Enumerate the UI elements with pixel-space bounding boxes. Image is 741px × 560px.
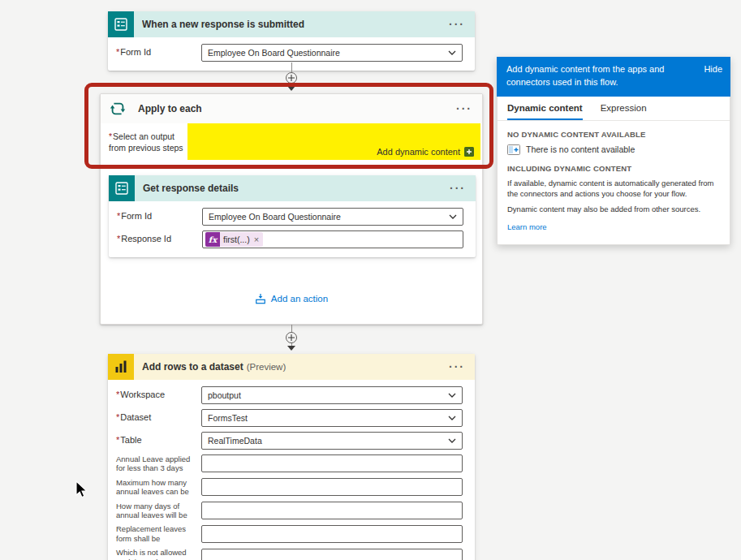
expression-chip[interactable]: fx first(...) × [205,232,263,247]
maximum-leaves-label: Maximum how many annual leaves can be [116,478,201,497]
annual-leave-label: Annual Leave applied for less than 3 day… [116,454,201,473]
select-output-input[interactable]: Add dynamic content [187,123,480,160]
other-sources-text: Dynamic content may also be added from o… [507,204,720,214]
trigger-card-header[interactable]: When a new response is submitted ··· [108,11,475,37]
add-dynamic-content-link[interactable]: Add dynamic content [377,147,474,157]
panel-tabs: Dynamic content Expression [498,97,730,121]
table-dropdown[interactable]: RealTimeData [201,432,463,450]
maximum-leaves-input[interactable] [201,478,463,496]
mouse-cursor [75,480,90,503]
workspace-label: *Workspace [116,390,201,401]
chevron-down-icon [448,50,456,55]
connector-2 [285,325,298,351]
connector-line [291,62,292,72]
apply-to-each-icon [107,98,128,119]
response-id-input[interactable]: fx first(...) × [202,230,463,248]
arrow-down-icon [287,346,295,351]
not-allowed-claim-label: Which is not allowed to claim under Inte… [116,548,201,560]
get-response-form-id-dropdown[interactable]: Employee On Board Questionnaire [202,208,463,226]
arrow-down-icon [287,86,295,91]
connector-1 [285,62,298,91]
workspace-dropdown[interactable]: pboutput [201,386,463,404]
replacement-leaves-label: Replacement leaves form shall be [116,524,201,543]
learn-more-link[interactable]: Learn more [507,222,547,231]
annual-leave-input[interactable] [201,454,463,472]
get-response-header[interactable]: Get response details ··· [109,175,476,201]
trigger-form-id-dropdown[interactable]: Employee On Board Questionnaire [201,44,463,62]
dynamic-content-panel: Add dynamic content from the apps and co… [497,57,730,245]
replacement-leaves-input[interactable] [201,525,463,543]
required-marker: * [116,390,119,399]
forms-connector-icon [108,11,134,37]
including-body: If available, dynamic content is automat… [507,178,720,200]
remove-chip-icon[interactable]: × [253,235,263,244]
select-output-label: *Select an output from previous steps [109,131,187,153]
apply-menu-button[interactable]: ··· [456,103,472,114]
required-marker: * [116,435,119,445]
how-many-days-input[interactable] [201,502,463,519]
fx-icon: fx [205,232,220,247]
powerbi-title: Add rows to a dataset(Preview) [142,361,449,373]
required-marker: * [109,131,112,141]
get-response-title: Get response details [143,183,450,194]
dataset-label: *Dataset [116,412,201,424]
chevron-down-icon [449,214,457,219]
including-heading: INCLUDING DYNAMIC CONTENT [507,164,720,173]
not-allowed-claim-input[interactable] [201,549,463,560]
no-content-heading: NO DYNAMIC CONTENT AVAILABLE [507,130,720,139]
powerbi-menu-button[interactable]: ··· [449,361,465,373]
get-response-menu-button[interactable]: ··· [450,183,466,194]
required-marker: * [117,234,120,243]
response-id-label: *Response Id [117,234,202,245]
powerbi-card-header[interactable]: Add rows to a dataset(Preview) ··· [108,354,475,380]
form-id-label: *Form Id [117,211,202,222]
powerbi-card: Add rows to a dataset(Preview) ··· *Work… [108,354,475,560]
tab-expression[interactable]: Expression [601,103,647,120]
apply-to-each-title: Apply to each [138,103,456,114]
trigger-menu-button[interactable]: ··· [449,19,465,30]
required-marker: * [116,47,119,57]
panel-header: Add dynamic content from the apps and co… [497,57,730,97]
apply-to-each-card: Apply to each ··· *Select an output from… [100,93,483,325]
connector-line [291,325,292,332]
required-marker: * [116,412,119,422]
add-action-button[interactable]: Add an action [255,293,328,304]
insert-step-button[interactable] [286,332,297,343]
add-dynamic-content-icon [464,147,474,157]
panel-body: Dynamic content Expression NO DYNAMIC CO… [497,97,730,245]
chevron-down-icon [448,438,456,443]
dataset-dropdown[interactable]: FormsTest [201,409,463,427]
powerbi-connector-icon [108,354,134,380]
hide-button[interactable]: Hide [704,63,722,89]
apply-to-each-header[interactable]: Apply to each ··· [101,94,482,123]
dynamic-token-icon [507,144,520,155]
chevron-down-icon [448,416,456,420]
how-many-days-label: How many days of annual leaves will be [116,502,201,520]
forms-connector-icon [109,175,135,201]
table-label: *Table [116,435,201,446]
panel-header-text: Add dynamic content from the apps and co… [506,63,704,89]
chevron-down-icon [448,393,456,398]
form-id-label: *Form Id [116,47,201,58]
get-response-card: Get response details ··· *Form Id Employ… [109,175,476,257]
flow-designer-canvas: When a new response is submitted ··· *Fo… [0,0,741,560]
insert-step-button[interactable] [286,72,297,84]
trigger-title: When a new response is submitted [142,19,449,30]
no-content-text: There is no content available [526,144,635,154]
preview-badge: (Preview) [247,362,286,372]
add-action-icon [255,293,266,304]
required-marker: * [117,211,120,221]
tab-dynamic-content[interactable]: Dynamic content [507,103,583,120]
